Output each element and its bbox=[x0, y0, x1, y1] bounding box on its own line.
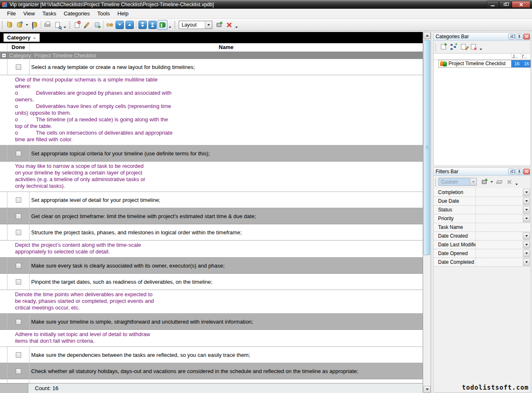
new-task-button[interactable] bbox=[72, 20, 82, 30]
layout-combobox[interactable]: Layout bbox=[179, 21, 212, 29]
task-checkbox[interactable] bbox=[16, 151, 21, 156]
group-row[interactable]: Category: Project Timeline Checklist bbox=[0, 52, 423, 59]
filter-dropdown-button[interactable] bbox=[523, 197, 530, 205]
category-row[interactable]: Project Timeline Checklist 16 16 bbox=[434, 60, 530, 67]
task-note[interactable]: One of the most popular schemas is a sim… bbox=[0, 75, 423, 145]
layout-overflow-dropdown-icon[interactable] bbox=[235, 27, 238, 28]
delete-category-button[interactable]: ✕ bbox=[468, 42, 478, 52]
collapse-icon[interactable] bbox=[2, 53, 6, 58]
new-subcategory-button[interactable]: + bbox=[448, 42, 458, 52]
toolbar-grip[interactable] bbox=[1, 20, 3, 29]
filter-dropdown-button[interactable] bbox=[523, 250, 530, 257]
open-database-button[interactable] bbox=[15, 20, 25, 30]
open-database-dropdown-icon[interactable] bbox=[26, 24, 28, 26]
close-button[interactable] bbox=[512, 1, 530, 8]
task-row[interactable]: Pinpoint the target dates, such as readi… bbox=[0, 274, 423, 290]
filter-dropdown-button[interactable] bbox=[523, 258, 530, 266]
categories-pin-button[interactable] bbox=[516, 34, 522, 39]
filter-preset-combobox[interactable]: Custom bbox=[438, 178, 477, 186]
menu-item-view[interactable]: View bbox=[20, 9, 39, 18]
group-by-category-button[interactable]: Category bbox=[3, 33, 40, 42]
task-checkbox[interactable] bbox=[16, 352, 21, 358]
task-checkbox[interactable] bbox=[16, 279, 21, 285]
menu-item-categories[interactable]: Categories bbox=[60, 9, 94, 18]
move-up-button[interactable] bbox=[125, 20, 135, 30]
filters-close-button[interactable] bbox=[523, 169, 530, 174]
task-row[interactable]: Make sure every task is clearly associat… bbox=[0, 258, 423, 274]
column-header-name[interactable]: Name bbox=[30, 43, 423, 52]
filter-dropdown-button[interactable] bbox=[523, 206, 530, 214]
scrollbar-thumb[interactable] bbox=[424, 40, 430, 255]
task-row[interactable]: Structure the project tasks, phases, and… bbox=[0, 224, 423, 241]
task-checkbox[interactable] bbox=[16, 197, 21, 203]
filter-value-field[interactable] bbox=[475, 223, 530, 231]
task-row[interactable]: Set appropriate level of detail for your… bbox=[0, 192, 423, 208]
layout-combobox-dropdown-button[interactable] bbox=[205, 21, 212, 29]
filter-value-field[interactable] bbox=[475, 241, 530, 249]
show-notes-button[interactable] bbox=[158, 20, 167, 30]
save-database-button[interactable] bbox=[30, 20, 39, 30]
save-filter-button[interactable] bbox=[479, 177, 489, 187]
filter-dropdown-button[interactable] bbox=[523, 232, 530, 240]
scrollbar-up-button[interactable] bbox=[424, 32, 431, 39]
print-overflow-dropdown-icon[interactable] bbox=[64, 27, 66, 28]
filter-value-field[interactable] bbox=[475, 188, 530, 196]
new-database-button[interactable]: ✶ bbox=[5, 20, 15, 30]
move-down-button[interactable] bbox=[115, 20, 125, 30]
task-checkbox[interactable] bbox=[16, 368, 21, 374]
task-row[interactable]: Check whether all statutory holidays, da… bbox=[0, 363, 423, 379]
print-preview-button[interactable] bbox=[52, 20, 62, 30]
filter-dropdown-button[interactable] bbox=[523, 189, 530, 196]
delete-filter-button[interactable] bbox=[504, 177, 514, 187]
menu-item-tasks[interactable]: Tasks bbox=[39, 9, 60, 18]
filters-overflow-dropdown-icon[interactable] bbox=[515, 184, 518, 185]
task-row[interactable]: Get clear on project timeframe: limit th… bbox=[0, 208, 423, 224]
filter-value-field[interactable] bbox=[475, 258, 530, 266]
move-top-button[interactable] bbox=[148, 20, 158, 30]
filter-dropdown-button[interactable] bbox=[523, 241, 530, 248]
task-checkbox[interactable] bbox=[16, 230, 21, 235]
task-row[interactable]: Make sure your timeline is simple, strai… bbox=[0, 314, 423, 330]
task-checkbox[interactable] bbox=[16, 214, 21, 219]
task-note[interactable]: You may like to narrow a scope of task t… bbox=[0, 162, 423, 192]
task-checkbox[interactable] bbox=[16, 64, 21, 70]
new-category-button[interactable] bbox=[438, 42, 448, 52]
filter-value-field[interactable] bbox=[475, 232, 530, 240]
edit-category-button[interactable] bbox=[458, 42, 468, 52]
task-checkbox[interactable] bbox=[16, 263, 21, 268]
task-note[interactable]: Adhere to initially set topic and level … bbox=[0, 330, 423, 347]
task-row[interactable]: Select a ready template or create a new … bbox=[0, 59, 423, 75]
filter-value-field[interactable] bbox=[475, 214, 530, 223]
task-row[interactable]: Make sure the dependencies between the t… bbox=[0, 347, 423, 363]
print-button[interactable] bbox=[42, 20, 52, 30]
toolbar-grip[interactable] bbox=[69, 20, 71, 29]
restore-button[interactable] bbox=[499, 1, 511, 8]
delete-task-button[interactable] bbox=[92, 20, 102, 30]
filters-restore-button[interactable] bbox=[508, 169, 515, 174]
categories-close-button[interactable] bbox=[523, 34, 530, 39]
move-bottom-button[interactable] bbox=[138, 20, 148, 30]
edit-task-button[interactable] bbox=[82, 20, 92, 30]
menu-item-help[interactable]: Help bbox=[113, 9, 132, 18]
delete-layout-button[interactable] bbox=[224, 20, 234, 30]
list-scrollbar[interactable] bbox=[424, 32, 431, 393]
task-row[interactable]: Set appropriate topical criteria for you… bbox=[0, 145, 423, 162]
filters-pin-button[interactable] bbox=[516, 169, 522, 174]
manage-layout-button[interactable] bbox=[214, 20, 224, 30]
filter-value-field[interactable] bbox=[475, 197, 530, 205]
categories-restore-button[interactable] bbox=[508, 34, 515, 39]
categories-column-1[interactable]: J... bbox=[511, 54, 521, 59]
notes-overflow-dropdown-icon[interactable] bbox=[169, 27, 171, 28]
menu-item-file[interactable]: File bbox=[3, 9, 20, 18]
minimize-button[interactable] bbox=[487, 1, 499, 8]
task-checkbox[interactable] bbox=[16, 319, 21, 324]
save-filter-dropdown-icon[interactable] bbox=[490, 181, 493, 183]
task-note[interactable]: Denote the time points when deliverables… bbox=[0, 290, 423, 314]
column-header-done[interactable]: Done bbox=[7, 43, 30, 52]
filter-value-field[interactable] bbox=[475, 249, 530, 258]
filter-preset-dropdown-button[interactable] bbox=[470, 178, 476, 185]
menu-item-tools[interactable]: Tools bbox=[94, 9, 113, 18]
clear-filter-button[interactable] bbox=[494, 177, 504, 187]
toolbar-grip[interactable] bbox=[174, 20, 176, 29]
filter-dropdown-button[interactable] bbox=[523, 215, 530, 222]
